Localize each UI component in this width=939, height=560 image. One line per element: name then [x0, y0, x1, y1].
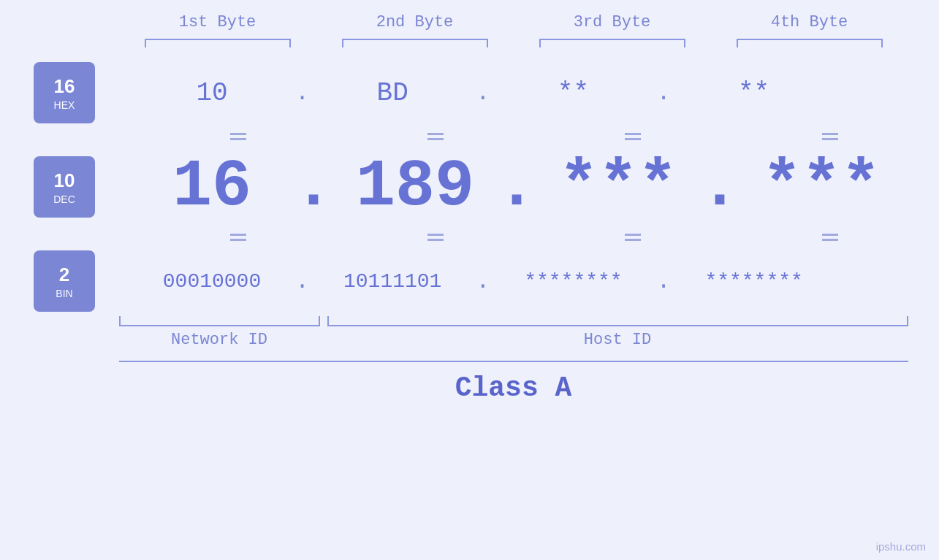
- equals-row-2: [140, 224, 929, 250]
- dec-dot3: .: [700, 150, 740, 224]
- dec-dot2: .: [497, 150, 536, 224]
- eq1-b2: [355, 133, 516, 140]
- hex-b1-cell: 10: [132, 78, 292, 108]
- header-byte2: 2nd Byte: [335, 13, 495, 31]
- eq-sign-2: [427, 133, 444, 140]
- class-line: [119, 361, 908, 362]
- hex-b4-cell: **: [674, 78, 835, 108]
- equals-row-1: [140, 123, 929, 150]
- hex-dot3: .: [656, 80, 670, 107]
- bin-values: 00010000 . 10111101 . ******** . *******…: [132, 268, 835, 295]
- bin-b2-value: 10111101: [312, 270, 473, 293]
- bottom-area: Network ID Host ID: [119, 316, 908, 349]
- dec-badge: 10 DEC: [34, 156, 95, 218]
- eq-sign-3: [625, 133, 641, 140]
- network-bracket: [119, 316, 320, 326]
- eq1-b3: [552, 133, 713, 140]
- dec-b4-cell: ***: [741, 150, 902, 224]
- hex-b1-value: 10: [132, 78, 292, 108]
- eq-sign-8: [822, 234, 838, 241]
- bin-b1-value: 00010000: [132, 270, 292, 293]
- bin-dot3: .: [656, 268, 670, 295]
- eq-sign-5: [230, 234, 246, 241]
- eq2-b3: [552, 234, 713, 241]
- dec-b1-value: 16: [132, 150, 292, 224]
- dec-b1-cell: 16: [132, 150, 292, 224]
- bin-badge-num: 2: [59, 264, 69, 286]
- bottom-labels: Network ID Host ID: [119, 331, 908, 349]
- bin-dot1: .: [295, 268, 309, 295]
- bin-badge: 2 BIN: [34, 250, 95, 312]
- bin-badge-label: BIN: [56, 288, 72, 299]
- bin-b4-value: ********: [674, 270, 835, 293]
- bin-b2-cell: 10111101: [312, 270, 473, 293]
- hex-badge: 16 HEX: [34, 62, 95, 123]
- network-id-label: Network ID: [119, 331, 320, 349]
- bin-b1-cell: 00010000: [132, 270, 292, 293]
- hex-b2-cell: BD: [312, 78, 473, 108]
- dec-dot1: .: [294, 150, 333, 224]
- eq1-b1: [158, 133, 319, 140]
- class-label: Class A: [455, 372, 572, 404]
- dec-values: 16 . 189 . *** . ***: [132, 150, 902, 224]
- bin-dot2: .: [476, 268, 490, 295]
- dec-row: 10 DEC 16 . 189 . *** . ***: [0, 150, 939, 224]
- host-id-label: Host ID: [327, 331, 908, 349]
- hex-b2-value: BD: [312, 78, 473, 108]
- bin-b3-cell: ********: [493, 270, 653, 293]
- eq-sign-4: [822, 133, 838, 140]
- dec-b2-value: 189: [335, 150, 495, 224]
- eq-sign-7: [625, 234, 641, 241]
- bin-b3-value: ********: [493, 270, 653, 293]
- eq-sign-6: [427, 234, 444, 241]
- column-headers: 1st Byte 2nd Byte 3rd Byte 4th Byte: [119, 13, 908, 31]
- header-byte3: 3rd Byte: [532, 13, 693, 31]
- eq2-b4: [750, 234, 911, 241]
- bracket-byte4: [737, 39, 883, 47]
- class-row: Class A: [119, 361, 908, 404]
- dec-b2-cell: 189: [335, 150, 495, 224]
- hex-b4-value: **: [674, 78, 835, 108]
- eq2-b1: [158, 234, 319, 241]
- hex-values: 10 . BD . ** . **: [132, 78, 835, 108]
- main-container: 1st Byte 2nd Byte 3rd Byte 4th Byte 16 H…: [0, 0, 939, 560]
- hex-badge-num: 16: [54, 75, 75, 98]
- eq1-b4: [750, 133, 911, 140]
- top-brackets: [119, 39, 908, 47]
- eq2-b2: [355, 234, 516, 241]
- bin-row: 2 BIN 00010000 . 10111101 . ******** . *…: [0, 250, 939, 312]
- dec-b3-value: ***: [538, 150, 699, 224]
- dec-badge-num: 10: [54, 169, 75, 192]
- hex-badge-label: HEX: [54, 99, 75, 111]
- bracket-byte1: [145, 39, 291, 47]
- dec-b4-value: ***: [741, 150, 902, 224]
- dec-b3-cell: ***: [538, 150, 699, 224]
- header-byte4: 4th Byte: [729, 13, 890, 31]
- eq-sign-1: [230, 133, 246, 140]
- header-byte1: 1st Byte: [137, 13, 298, 31]
- bottom-brackets: [119, 316, 908, 326]
- bin-b4-cell: ********: [674, 270, 835, 293]
- hex-b3-cell: **: [493, 78, 653, 108]
- watermark: ipshu.com: [876, 540, 926, 553]
- hex-b3-value: **: [493, 78, 653, 108]
- dec-badge-label: DEC: [53, 193, 75, 205]
- bracket-byte3: [539, 39, 685, 47]
- host-bracket: [327, 316, 908, 326]
- bracket-byte2: [342, 39, 488, 47]
- hex-dot1: .: [295, 80, 309, 107]
- hex-dot2: .: [476, 80, 490, 107]
- hex-row: 16 HEX 10 . BD . ** . **: [0, 62, 939, 123]
